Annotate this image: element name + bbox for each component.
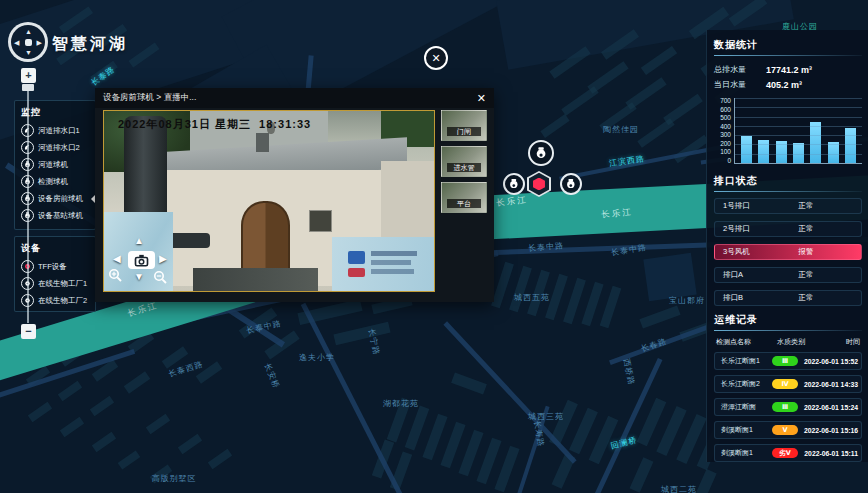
stat-label: 总排水量: [714, 64, 766, 75]
device-item[interactable]: 在线生物工厂1: [21, 275, 91, 292]
outlet-status-row[interactable]: 排口B正常: [714, 290, 862, 306]
y-tick-label: 100: [714, 149, 731, 155]
monitor-camera-item[interactable]: 设备房前球机: [21, 190, 91, 207]
outlet-status-row[interactable]: 2号排口正常: [714, 221, 862, 237]
map-popup-close-button[interactable]: ✕: [424, 46, 448, 70]
record-row[interactable]: 澄潭江断面Ⅲ2022-06-01 15:24: [714, 398, 862, 416]
map-building-block: [600, 286, 622, 329]
ball-camera-marker[interactable]: [503, 173, 525, 195]
outlet-name: 排口A: [723, 270, 743, 280]
chart-bar: [810, 122, 821, 163]
outlet-status-section: 排口状态 1号排口正常2号排口正常3号风机报警排口A正常排口B正常: [714, 174, 862, 306]
ptz-up-button[interactable]: ▲: [134, 235, 144, 246]
map-label: 高版别墅区: [152, 473, 197, 484]
chart-bar: [741, 136, 752, 163]
map-zoom-out-button[interactable]: −: [21, 324, 36, 339]
record-time: 2022-06-01 14:33: [802, 381, 858, 388]
record-site-name: 长乐江断面2: [721, 379, 768, 389]
map-building-block: [178, 434, 202, 454]
pan-center-icon[interactable]: [25, 39, 32, 46]
video-popup-close-icon[interactable]: ✕: [477, 92, 486, 105]
map-building-block: [494, 446, 519, 493]
monitor-camera-item[interactable]: 检测球机: [21, 173, 91, 190]
outlet-name: 2号排口: [723, 224, 750, 234]
outlet-status-value: 正常: [798, 270, 813, 280]
smart-river-dashboard: 鹿山公园陶然佳园江滨西路长乐江长乐江长泰中路长泰中路城西五苑宝山郡府长乐江长泰中…: [0, 0, 868, 493]
ball-camera-marker[interactable]: [560, 173, 582, 195]
map-zoom-slider-handle[interactable]: [22, 84, 34, 91]
thumbnail-label: 平台: [447, 199, 480, 208]
record-row[interactable]: 长乐江断面2Ⅳ2022-06-01 14:33: [714, 375, 862, 393]
water-grade-badge: 劣Ⅴ: [772, 448, 798, 458]
pan-right-arrow-icon[interactable]: ▶: [37, 39, 42, 46]
record-row[interactable]: 剡溪断面1劣Ⅴ2022-06-01 15:11: [714, 444, 862, 462]
water-grade-badge: Ⅲ: [772, 356, 798, 366]
device-item-list: TFF设备在线生物工厂1在线生物工厂2: [21, 258, 91, 309]
device-item-label: 在线生物工厂2: [38, 296, 87, 306]
map-label: 回澜桥: [610, 434, 639, 451]
records-header-cell: 水质类别: [774, 337, 808, 347]
thumbnail-label: 进水管: [447, 163, 480, 172]
monitor-camera-item[interactable]: 河道排水口1: [21, 122, 91, 139]
outlet-name: 3号风机: [723, 247, 750, 257]
record-time: 2022-06-01 15:24: [802, 404, 858, 411]
chart-plot-area: [734, 98, 862, 164]
map-building-block: [639, 305, 680, 328]
ptz-right-button[interactable]: ▶: [159, 253, 167, 264]
device-item[interactable]: 在线生物工厂2: [21, 292, 91, 309]
snapshot-camera-button[interactable]: [128, 251, 155, 269]
device-panel-title: 设备: [21, 242, 91, 255]
device-item[interactable]: TFF设备: [21, 258, 91, 275]
camera-icon: [533, 145, 549, 161]
scene-mural-text-line: [371, 260, 411, 265]
map-building-block: [92, 432, 116, 452]
monitor-camera-item[interactable]: 河道排水口2: [21, 139, 91, 156]
map-zoom-in-button[interactable]: +: [21, 68, 36, 83]
record-site-name: 澄潭江断面: [721, 402, 768, 412]
camera-preset-thumbnails: 门闸进水管平台: [441, 110, 487, 218]
outlet-name: 1号排口: [723, 201, 750, 211]
camera-preset-thumbnail[interactable]: 门闸: [441, 110, 487, 141]
camera-icon: [132, 253, 151, 268]
map-label: 西桥路: [621, 358, 637, 387]
pan-up-arrow-icon[interactable]: ▲: [25, 28, 32, 35]
outlet-status-row[interactable]: 排口A正常: [714, 267, 862, 283]
ptz-left-button[interactable]: ◀: [113, 253, 121, 264]
monitor-panel-title: 监控: [21, 106, 91, 119]
records-section: 运维记录 检测点名称水质类别时间 长乐江断面1Ⅲ2022-06-01 15:52…: [714, 313, 862, 462]
camera-preset-thumbnail[interactable]: 进水管: [441, 146, 487, 177]
map-label: 长安桥: [262, 361, 282, 390]
map-building-block: [333, 322, 390, 345]
pan-left-arrow-icon[interactable]: ◀: [14, 39, 19, 46]
ball-camera-marker[interactable]: [528, 140, 554, 166]
ptz-down-button[interactable]: ▼: [134, 271, 144, 282]
chart-bar: [845, 128, 856, 163]
monitor-camera-item[interactable]: 河道球机: [21, 156, 91, 173]
outlet-status-value: 正常: [798, 293, 813, 303]
map-road: [443, 321, 576, 463]
map-label: 城西二苑: [661, 484, 697, 493]
outlet-status-value: 报警: [798, 247, 813, 257]
video-zoom-in-icon[interactable]: [108, 268, 123, 283]
monitor-item-list: 河道排水口1河道排水口2河道球机检测球机设备房前球机设备基站球机: [21, 122, 91, 224]
records-header-cell: 时间: [808, 337, 860, 347]
scene-ground-clutter: [193, 268, 318, 291]
outlet-status-row[interactable]: 3号风机报警: [714, 244, 862, 260]
map-zoom-slider-track[interactable]: [27, 85, 29, 323]
map-building-block: [90, 396, 114, 416]
record-row[interactable]: 长乐江断面1Ⅲ2022-06-01 15:52: [714, 352, 862, 370]
outlet-status-value: 正常: [798, 201, 813, 211]
y-tick-label: 600: [714, 107, 731, 113]
video-zoom-out-icon[interactable]: [153, 270, 168, 285]
chart-gridline: [735, 144, 862, 145]
pan-down-arrow-icon[interactable]: ▼: [25, 49, 32, 56]
record-time: 2022-06-01 15:11: [802, 450, 858, 457]
outlet-status-value: 正常: [798, 224, 813, 234]
camera-preset-thumbnail[interactable]: 平台: [441, 182, 487, 213]
y-tick-label: 500: [714, 115, 731, 121]
monitor-camera-item[interactable]: 设备基站球机: [21, 207, 91, 224]
alarm-device-icon: [533, 178, 545, 191]
record-row[interactable]: 剡溪断面1Ⅴ2022-06-01 15:16: [714, 421, 862, 439]
map-pan-control[interactable]: ▲ ▼ ◀ ▶: [8, 22, 48, 62]
outlet-status-row[interactable]: 1号排口正常: [714, 198, 862, 214]
